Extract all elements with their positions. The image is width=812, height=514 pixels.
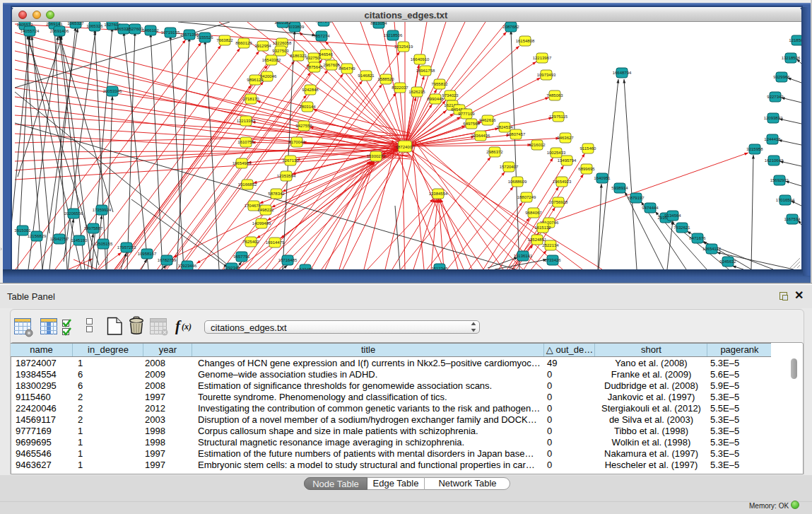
svg-text:2803144: 2803144 <box>299 105 316 109</box>
svg-text:10973493: 10973493 <box>537 73 556 77</box>
svg-text:19654923: 19654923 <box>553 180 572 184</box>
svg-text:9115460: 9115460 <box>580 146 597 151</box>
svg-text:7955812: 7955812 <box>431 82 448 86</box>
svg-text:19218506: 19218506 <box>384 33 403 37</box>
svg-text:3215958: 3215958 <box>746 147 763 151</box>
svg-text:9684067: 9684067 <box>525 211 542 215</box>
svg-text:12325419: 12325419 <box>394 45 413 49</box>
svg-text:9327503: 9327503 <box>272 49 289 53</box>
svg-text:16914479: 16914479 <box>266 240 285 245</box>
svg-text:16961758: 16961758 <box>416 69 435 73</box>
svg-text:12923446: 12923446 <box>178 264 197 268</box>
svg-text:12505155: 12505155 <box>94 242 113 246</box>
svg-text:f: f <box>175 317 182 334</box>
svg-text:3912954: 3912954 <box>254 44 271 48</box>
svg-text:6899695: 6899695 <box>578 167 595 171</box>
svg-text:5878342: 5878342 <box>268 192 285 196</box>
svg-text:9462616: 9462616 <box>479 118 496 122</box>
svg-text:5155526: 5155526 <box>196 35 213 40</box>
svg-text:12093832: 12093832 <box>764 116 783 120</box>
svg-text:20053346: 20053346 <box>103 89 122 93</box>
svg-text:18807249: 18807249 <box>517 195 536 199</box>
svg-text:9734023: 9734023 <box>442 93 459 98</box>
svg-text:9134564: 9134564 <box>664 214 681 218</box>
svg-text:20206556: 20206556 <box>64 211 83 216</box>
svg-text:1065326: 1065326 <box>86 24 103 28</box>
svg-text:16782759: 16782759 <box>158 258 177 262</box>
svg-text:9474444: 9474444 <box>642 206 659 210</box>
svg-text:4170044: 4170044 <box>288 140 305 144</box>
svg-text:9512345: 9512345 <box>431 267 448 270</box>
svg-text:20756928: 20756928 <box>549 200 568 204</box>
svg-text:8660123: 8660123 <box>235 41 252 45</box>
svg-text:16154808: 16154808 <box>516 39 535 43</box>
svg-text:15692971: 15692971 <box>770 178 789 182</box>
svg-text:1603381: 1603381 <box>274 22 291 25</box>
svg-text:2522134: 2522134 <box>542 243 559 247</box>
svg-text:2718170: 2718170 <box>242 97 259 101</box>
svg-text:12156829: 12156829 <box>28 234 47 238</box>
svg-text:2087682: 2087682 <box>502 25 519 29</box>
svg-text:2069141: 2069141 <box>46 22 63 26</box>
svg-text:6497568: 6497568 <box>463 122 480 126</box>
svg-text:1145193: 1145193 <box>71 238 88 243</box>
svg-text:15720407: 15720407 <box>500 165 519 169</box>
svg-text:9242848: 9242848 <box>302 88 319 92</box>
svg-text:1588520: 1588520 <box>377 77 394 81</box>
svg-text:9146821: 9146821 <box>358 74 375 78</box>
svg-text:20691406: 20691406 <box>50 29 69 33</box>
svg-text:9896123: 9896123 <box>247 78 264 82</box>
svg-text:6216012: 6216012 <box>529 143 546 147</box>
svg-text:1292345: 1292345 <box>223 266 240 270</box>
svg-text:7857273: 7857273 <box>315 22 332 23</box>
svg-text:13218506: 13218506 <box>782 56 801 60</box>
svg-text:17957253: 17957253 <box>117 245 136 250</box>
svg-text:7485063: 7485063 <box>546 93 563 98</box>
svg-text:1527603: 1527603 <box>126 27 143 31</box>
svg-text:6879197: 6879197 <box>628 196 645 200</box>
svg-text:1733426: 1733426 <box>544 258 561 262</box>
svg-text:7632621: 7632621 <box>673 226 690 230</box>
svg-text:10807457: 10807457 <box>507 132 526 136</box>
svg-text:(x): (x) <box>182 322 192 332</box>
svg-text:2967608: 2967608 <box>323 63 340 67</box>
svg-text:10654112: 10654112 <box>702 247 722 251</box>
svg-text:20364436: 20364436 <box>471 134 490 138</box>
svg-text:18724007: 18724007 <box>396 145 415 149</box>
svg-text:16640910: 16640910 <box>411 57 430 62</box>
svg-text:1498222: 1498222 <box>257 208 274 212</box>
svg-text:12213967: 12213967 <box>533 56 552 60</box>
svg-text:6466102: 6466102 <box>142 28 159 33</box>
svg-text:1065327: 1065327 <box>67 22 84 25</box>
svg-text:7625402: 7625402 <box>242 240 259 244</box>
svg-text:1244415: 1244415 <box>764 137 781 141</box>
svg-text:1218506: 1218506 <box>789 38 801 42</box>
svg-text:19166852: 19166852 <box>238 182 257 187</box>
svg-text:1167534: 1167534 <box>784 217 801 221</box>
svg-text:9463627: 9463627 <box>557 136 574 140</box>
svg-text:1640951: 1640951 <box>594 176 611 180</box>
svg-text:16648794: 16648794 <box>613 71 632 75</box>
svg-text:9227343: 9227343 <box>767 95 784 99</box>
svg-text:10719155: 10719155 <box>161 30 180 35</box>
svg-text:8813054: 8813054 <box>370 22 387 25</box>
svg-text:15300275: 15300275 <box>367 154 386 158</box>
svg-text:12942757: 12942757 <box>50 237 69 241</box>
svg-text:16210643: 16210643 <box>765 158 784 163</box>
svg-text:17016504: 17016504 <box>776 198 795 202</box>
svg-text:10688609: 10688609 <box>508 180 527 184</box>
svg-text:7663822: 7663822 <box>216 38 233 42</box>
svg-text:19654983: 19654983 <box>233 161 252 165</box>
svg-text:13384554: 13384554 <box>429 192 448 196</box>
svg-text:9777109: 9777109 <box>458 112 475 116</box>
svg-text:1610755: 1610755 <box>237 140 254 144</box>
svg-text:9123456: 9123456 <box>297 267 314 270</box>
svg-text:12975115: 12975115 <box>549 115 568 119</box>
svg-text:5938914: 5938914 <box>611 186 628 190</box>
svg-text:13524851: 13524851 <box>528 238 547 242</box>
svg-text:10958167: 10958167 <box>138 252 157 256</box>
svg-text:16543382: 16543382 <box>262 58 281 62</box>
svg-text:9657791: 9657791 <box>233 255 250 259</box>
svg-text:12213383: 12213383 <box>237 119 256 123</box>
svg-text:9329966: 9329966 <box>773 75 790 79</box>
